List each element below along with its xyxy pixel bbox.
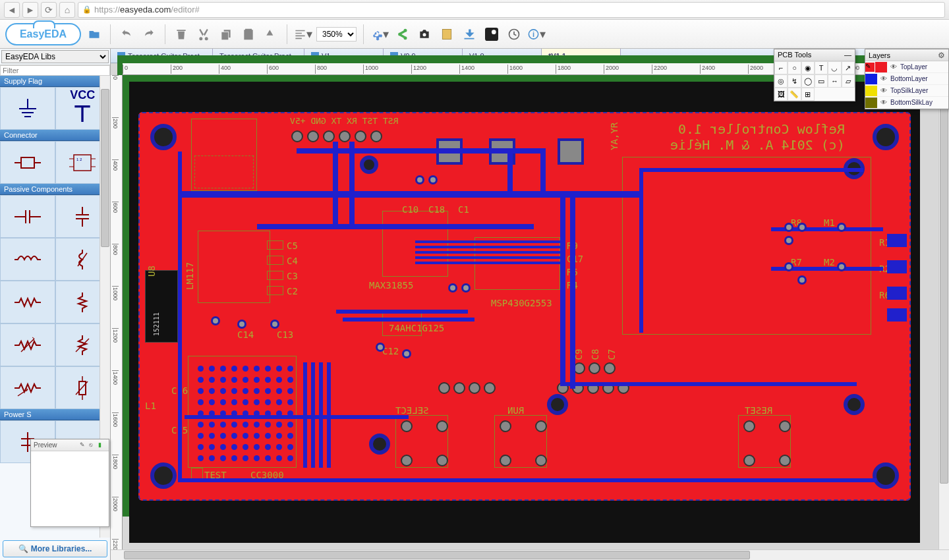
chip-u8[interactable] <box>145 270 178 343</box>
cut-button[interactable] <box>194 25 213 43</box>
lib-item-var1[interactable] <box>0 323 55 366</box>
nav-forward-button[interactable]: ► <box>22 2 38 18</box>
tool-move[interactable]: ↗ <box>842 61 855 74</box>
tool-hole[interactable]: ◎ <box>774 74 788 88</box>
eye-icon[interactable]: 👁 <box>888 63 899 70</box>
open-button[interactable] <box>85 25 103 43</box>
gear-icon[interactable]: ⚙ <box>938 51 945 60</box>
more-libraries-button[interactable]: 🔍More Libraries... <box>3 540 107 557</box>
svg-text:i: i <box>532 30 534 38</box>
lib-item-ind1[interactable] <box>0 238 55 281</box>
library-filter-input[interactable] <box>0 65 110 76</box>
preview-panel[interactable]: Preview ✎ ⎋ ▮ <box>30 439 109 527</box>
lib-section-power[interactable]: Power S <box>0 409 110 420</box>
nav-back-button[interactable]: ◄ <box>4 2 20 18</box>
nav-reload-button[interactable]: ⟳ <box>41 2 57 18</box>
tool-text[interactable]: T <box>815 61 828 74</box>
lib-section-connector[interactable]: Connector <box>0 130 110 141</box>
lib-item-gnd[interactable] <box>0 87 55 130</box>
eye-icon[interactable]: 👁 <box>878 87 889 94</box>
layer-name: TopSilkLayer <box>889 87 948 94</box>
layer-row[interactable]: 👁TopSilkLayer <box>865 85 948 97</box>
tool-copper[interactable]: ◯ <box>801 74 815 88</box>
canvas-area: Tesseract Guitar Pract...Tesseract Guita… <box>111 49 949 560</box>
lib-item-pot1[interactable] <box>0 366 55 409</box>
document-tab[interactable]: *V1.1 <box>542 49 621 63</box>
camera-button[interactable] <box>415 25 434 43</box>
svg-point-3 <box>492 30 496 34</box>
crop-button[interactable] <box>262 25 280 43</box>
lib-item-cap1[interactable] <box>0 195 55 238</box>
layers-panel[interactable]: Layers⚙ ✎👁TopLayer👁BottomLayer👁TopSilkLa… <box>865 49 949 109</box>
tool-track[interactable]: ⌐ <box>774 61 788 74</box>
link-icon[interactable]: ⎋ <box>89 441 97 449</box>
pencil-icon[interactable]: ✎ <box>80 441 88 449</box>
steam-button[interactable] <box>482 25 501 43</box>
pcb-board[interactable]: Reflow Controller 1.0 (c) 2014 A. & M. H… <box>138 112 911 501</box>
tool-connect[interactable]: ↯ <box>788 74 801 88</box>
library-select[interactable]: EasyEDA Libs <box>1 50 109 63</box>
svg-rect-7 <box>21 157 34 168</box>
info-button[interactable]: i▾ <box>527 25 546 43</box>
tool-dimension[interactable]: ↔ <box>828 74 841 88</box>
main-toolbar: EasyEDA ▾ 350% ▾ i▾ <box>0 20 949 49</box>
canvas-vscrollbar[interactable] <box>938 75 949 549</box>
lib-item-res1[interactable] <box>0 281 55 323</box>
svg-point-0 <box>423 33 426 36</box>
search-icon: 🔍 <box>18 544 28 553</box>
tool-group[interactable]: ⊞ <box>801 88 815 101</box>
tool-pad[interactable]: ○ <box>788 61 801 74</box>
bom-button[interactable] <box>438 25 456 43</box>
preview-title: Preview <box>34 441 57 449</box>
url-bar[interactable]: 🔒 https://easyeda.com/editor# <box>78 2 945 18</box>
layers-title: Layers <box>869 51 890 59</box>
pcb-tools-title: PCB Tools <box>778 51 811 59</box>
export-button[interactable] <box>460 25 478 43</box>
pencil-icon: ✎ <box>865 63 875 72</box>
eye-icon[interactable]: 👁 <box>878 99 889 106</box>
delete-button[interactable] <box>172 25 190 43</box>
battery-icon[interactable]: ▮ <box>98 441 106 449</box>
tool-measure[interactable]: 📏 <box>788 88 801 101</box>
align-button[interactable]: ▾ <box>294 25 312 43</box>
nav-home-button[interactable]: ⌂ <box>59 2 75 18</box>
zoom-select[interactable]: 350% <box>316 27 357 42</box>
tool-via[interactable]: ◉ <box>801 61 815 74</box>
pcb-canvas[interactable]: Reflow Controller 1.0 (c) 2014 A. & M. H… <box>129 82 920 543</box>
pcb-tools-panel[interactable]: PCB Tools— ⌐ ○ ◉ T ◡ ↗ ◎ ↯ ◯ ▭ ↔ ▱ 🖼 📏 ⊞ <box>774 49 855 101</box>
canvas-hscrollbar[interactable] <box>111 549 949 560</box>
paste-button[interactable] <box>239 25 258 43</box>
url-text: https://easyeda.com/editor# <box>94 5 200 14</box>
lib-section-supply[interactable]: Supply Flag <box>0 76 110 87</box>
tool-image[interactable]: 🖼 <box>774 88 788 101</box>
pcb-viewport[interactable]: Reflow Controller 1.0 (c) 2014 A. & M. H… <box>123 75 949 549</box>
layer-name: TopLayer <box>899 63 948 70</box>
app-logo[interactable]: EasyEDA <box>5 23 81 45</box>
layer-name: BottomLayer <box>889 75 948 82</box>
lib-item-conn1[interactable] <box>0 141 55 184</box>
lock-icon: 🔒 <box>82 5 92 14</box>
redo-button[interactable] <box>140 25 158 43</box>
tool-rect2[interactable]: ▱ <box>842 74 855 88</box>
lib-section-passive[interactable]: Passive Components <box>0 184 110 195</box>
settings-button[interactable]: ▾ <box>370 25 389 43</box>
copy-button[interactable] <box>217 25 235 43</box>
layer-name: BottomSilkLay <box>889 99 948 106</box>
undo-button[interactable] <box>117 25 136 43</box>
tool-rect[interactable]: ▭ <box>815 74 828 88</box>
layer-row[interactable]: ✎👁TopLayer <box>865 61 948 73</box>
browser-chrome: ◄ ► ⟳ ⌂ 🔒 https://easyeda.com/editor# <box>0 0 949 20</box>
layer-color-swatch <box>875 62 887 72</box>
minimize-icon[interactable]: — <box>844 51 851 59</box>
layer-color-swatch <box>865 74 877 84</box>
svg-rect-1 <box>442 29 451 39</box>
eye-icon[interactable]: 👁 <box>878 75 889 82</box>
layer-row[interactable]: 👁BottomLayer <box>865 73 948 85</box>
layer-color-swatch <box>865 98 877 108</box>
history-button[interactable] <box>505 25 523 43</box>
ruler-vertical: 0200400600800100012001400160018002000220… <box>111 75 123 552</box>
share-button[interactable] <box>393 25 411 43</box>
layer-row[interactable]: 👁BottomSilkLay <box>865 97 948 109</box>
svg-rect-2 <box>485 28 498 41</box>
tool-arc[interactable]: ◡ <box>828 61 841 74</box>
